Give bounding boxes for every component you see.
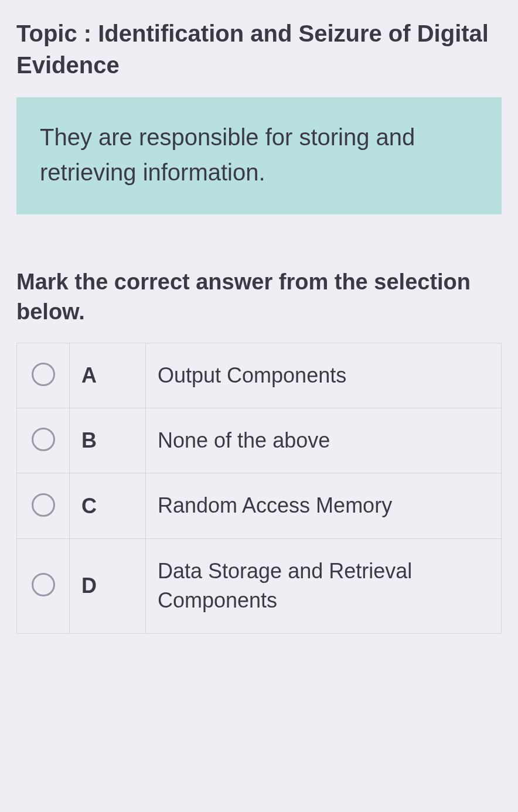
option-text: None of the above [146,408,502,473]
instruction-text: Mark the correct answer from the selecti… [16,267,502,327]
option-letter: D [70,538,146,633]
option-letter: C [70,473,146,538]
option-text: Data Storage and Retrieval Components [146,538,502,633]
option-text: Random Access Memory [146,473,502,538]
radio-button-a[interactable] [32,363,55,386]
option-letter: A [70,343,146,408]
radio-button-c[interactable] [32,493,55,517]
topic-title: Topic : Identification and Seizure of Di… [16,18,502,81]
radio-cell [17,473,70,538]
question-box: They are responsible for storing and ret… [16,97,502,214]
option-row-b[interactable]: B None of the above [17,408,502,473]
option-row-d[interactable]: D Data Storage and Retrieval Components [17,538,502,633]
question-text: They are responsible for storing and ret… [40,120,478,190]
radio-cell [17,408,70,473]
option-row-a[interactable]: A Output Components [17,343,502,408]
option-letter: B [70,408,146,473]
option-row-c[interactable]: C Random Access Memory [17,473,502,538]
radio-button-d[interactable] [32,573,55,596]
options-table: A Output Components B None of the above … [16,343,502,634]
radio-button-b[interactable] [32,428,55,451]
radio-cell [17,538,70,633]
option-text: Output Components [146,343,502,408]
radio-cell [17,343,70,408]
